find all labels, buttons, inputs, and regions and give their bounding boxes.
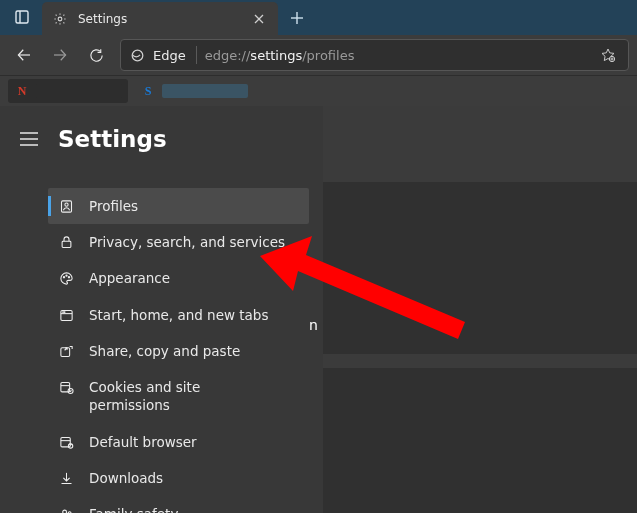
- svg-point-21: [66, 276, 67, 277]
- sidebar-item-appearance[interactable]: Appearance: [48, 260, 309, 296]
- content-panel: [323, 368, 637, 513]
- bookmarks-bar: N S: [0, 75, 637, 106]
- edge-logo-icon: [129, 47, 145, 63]
- svg-point-26: [64, 311, 65, 312]
- share-icon: [58, 343, 75, 360]
- hamburger-icon[interactable]: [18, 128, 40, 150]
- sidebar-item-label: Privacy, search, and services: [89, 233, 285, 251]
- sidebar-item-downloads[interactable]: Downloads: [48, 460, 309, 496]
- tab-settings[interactable]: Settings: [42, 2, 278, 35]
- svg-point-25: [63, 311, 64, 312]
- refresh-button[interactable]: [80, 39, 112, 71]
- forward-button[interactable]: [44, 39, 76, 71]
- sidebar-item-label: Profiles: [89, 197, 138, 215]
- sidebar-item-profiles[interactable]: Profiles: [48, 188, 309, 224]
- sidebar-item-label: Share, copy and paste: [89, 342, 240, 360]
- sidebar-item-cookies[interactable]: Cookies and site permissions: [48, 369, 309, 423]
- sidebar-item-default-browser[interactable]: Default browser: [48, 424, 309, 460]
- sidebar-item-label: Appearance: [89, 269, 170, 287]
- back-button[interactable]: [8, 39, 40, 71]
- download-icon: [58, 470, 75, 487]
- bookmark-label-redacted: [162, 84, 248, 98]
- sidebar-item-start[interactable]: Start, home, and new tabs: [48, 297, 309, 333]
- bookmark-item[interactable]: N: [8, 79, 128, 103]
- settings-main: n: [323, 106, 637, 513]
- svg-point-20: [63, 277, 64, 278]
- svg-rect-19: [62, 241, 71, 247]
- sidebar-item-label: Family safety: [89, 505, 178, 513]
- favorites-icon[interactable]: [598, 45, 618, 65]
- sidebar-item-family[interactable]: Family safety: [48, 496, 309, 513]
- bookmark-favicon: N: [14, 83, 30, 99]
- sidebar-item-share[interactable]: Share, copy and paste: [48, 333, 309, 369]
- tab-title: Settings: [78, 12, 250, 26]
- svg-rect-0: [16, 11, 28, 23]
- close-icon[interactable]: [250, 10, 268, 28]
- address-bar[interactable]: Edge edge://settings/profiles: [120, 39, 629, 71]
- settings-page: Settings Profiles Privacy, search, and s…: [0, 106, 637, 513]
- sidebar-item-label: Start, home, and new tabs: [89, 306, 268, 324]
- toolbar: Edge edge://settings/profiles: [0, 35, 637, 75]
- lock-icon: [58, 234, 75, 251]
- browser-icon: [58, 434, 75, 451]
- bookmark-item[interactable]: S: [134, 79, 254, 103]
- svg-point-22: [68, 277, 69, 278]
- address-brand: Edge: [153, 48, 186, 63]
- palette-icon: [58, 270, 75, 287]
- address-url: edge://settings/profiles: [205, 48, 590, 63]
- settings-nav: Profiles Privacy, search, and services A…: [0, 188, 323, 513]
- cookies-icon: [58, 379, 75, 396]
- sidebar-item-privacy[interactable]: Privacy, search, and services: [48, 224, 309, 260]
- titlebar: Settings: [0, 0, 637, 35]
- sidebar-item-label: Default browser: [89, 433, 197, 451]
- settings-sidebar: Settings Profiles Privacy, search, and s…: [0, 106, 323, 513]
- family-icon: [58, 506, 75, 513]
- profile-icon: [58, 198, 75, 215]
- address-separator: [196, 46, 197, 64]
- content-panel: [323, 182, 637, 354]
- sidebar-item-label: Cookies and site permissions: [89, 378, 249, 414]
- window-icon: [58, 307, 75, 324]
- new-tab-button[interactable]: [282, 3, 312, 33]
- gear-icon: [52, 11, 68, 27]
- bookmark-favicon: S: [140, 83, 156, 99]
- bookmark-label-redacted: [36, 84, 122, 98]
- svg-point-18: [65, 203, 68, 206]
- page-title: Settings: [58, 126, 167, 152]
- svg-point-2: [58, 17, 62, 21]
- sidebar-item-label: Downloads: [89, 469, 163, 487]
- tab-actions-icon[interactable]: [8, 3, 36, 31]
- stray-text: n: [309, 317, 318, 333]
